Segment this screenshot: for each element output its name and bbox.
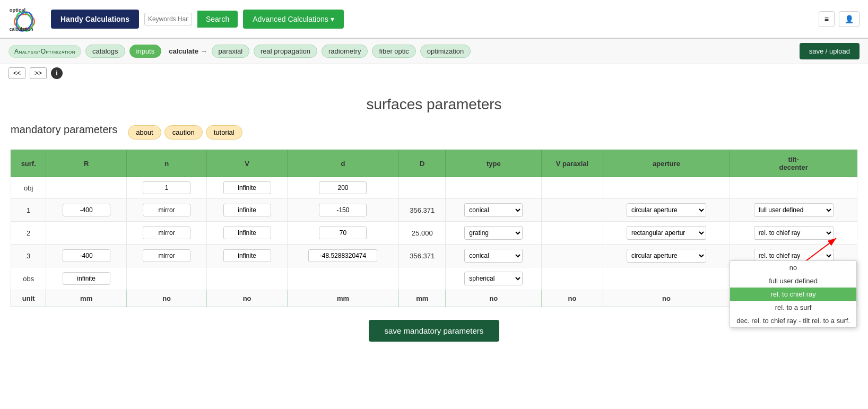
n-input-1[interactable]	[143, 204, 190, 216]
dropdown-option-full[interactable]: full user defined	[730, 274, 856, 288]
tilt-select-1[interactable]: full user defined no rel. to chief ray r…	[754, 203, 834, 217]
cell-d	[287, 199, 398, 222]
cell-tilt: full user defined no rel. to chief ray r…	[730, 199, 857, 222]
table-row: 3 356.371 conical spherical grating	[11, 245, 857, 267]
tilt-select-2[interactable]: rel. to chief ray no full user defined r…	[754, 226, 834, 240]
type-select-1[interactable]: conical spherical grating	[464, 203, 523, 217]
col-surf: surf.	[11, 150, 46, 177]
v-input-obj[interactable]	[223, 181, 271, 194]
n-input-2[interactable]	[143, 227, 190, 239]
v-input-1[interactable]	[223, 204, 271, 216]
advanced-calculations-button[interactable]: Advanced Calculations ▾	[243, 10, 343, 29]
cell-vparaxial	[542, 245, 603, 267]
R-input-3[interactable]	[63, 249, 110, 262]
fiber-optic-tab[interactable]: fiber optic	[372, 45, 415, 58]
save-mandatory-button[interactable]: save mandatory parameters	[369, 320, 500, 342]
cell-D	[399, 177, 446, 199]
header: optical calculation Handy Calculations S…	[0, 0, 868, 39]
dropdown-option-chief[interactable]: rel. to chief ray	[730, 288, 856, 301]
cell-surf: 3	[11, 245, 46, 267]
R-input-obs[interactable]	[63, 272, 110, 285]
table-body: obj 1 356.	[11, 177, 857, 307]
cell-unit-type: no	[446, 290, 542, 307]
paraxial-tab[interactable]: paraxial	[212, 45, 250, 58]
save-upload-button[interactable]: save / upload	[800, 43, 860, 59]
about-button[interactable]: about	[128, 125, 161, 140]
search-input[interactable]	[144, 13, 192, 25]
search-button[interactable]: Search	[197, 11, 238, 28]
cell-vparaxial	[542, 267, 603, 290]
svg-text:calculation: calculation	[10, 27, 33, 32]
cell-n	[126, 177, 206, 199]
cell-D: 25.000	[399, 222, 446, 245]
section-header: mandatory parameters about caution tutor…	[11, 124, 857, 141]
n-input-3[interactable]	[143, 249, 190, 262]
d-input-1[interactable]	[319, 204, 367, 216]
cell-unit-d: mm	[287, 290, 398, 307]
cell-type: grating spherical conical	[446, 222, 542, 245]
v-input-3[interactable]	[223, 249, 271, 262]
cell-type: spherical conical grating	[446, 267, 542, 290]
cell-V	[207, 177, 287, 199]
cell-unit-V: no	[207, 290, 287, 307]
user-button[interactable]: 👤	[839, 11, 860, 27]
R-input-1[interactable]	[63, 204, 110, 216]
cell-unit-vparaxial: no	[542, 290, 603, 307]
cell-aperture: circular aperture rectangular aperture	[603, 245, 730, 267]
type-select-2[interactable]: grating spherical conical	[464, 226, 523, 240]
aperture-select-3[interactable]: circular aperture rectangular aperture	[627, 249, 706, 263]
col-aperture: aperture	[603, 150, 730, 177]
radiometry-tab[interactable]: radiometry	[322, 45, 368, 58]
cell-d	[287, 267, 398, 290]
cell-d	[287, 245, 398, 267]
cell-R	[46, 177, 126, 199]
type-select-3[interactable]: conical spherical grating	[464, 249, 523, 263]
cell-tilt: rel. to chief ray no full user defined r…	[730, 222, 857, 245]
col-n: n	[126, 150, 206, 177]
cell-V	[207, 267, 287, 290]
cell-type: conical spherical grating	[446, 245, 542, 267]
cell-R	[46, 222, 126, 245]
cell-n	[126, 199, 206, 222]
cell-surf: 1	[11, 199, 46, 222]
prev-button[interactable]: <<	[8, 67, 25, 79]
type-select-obs[interactable]: spherical conical grating	[464, 272, 523, 285]
dropdown-option-surf[interactable]: rel. to a surf	[730, 301, 856, 314]
cell-d	[287, 177, 398, 199]
page-title: surfaces parameters	[11, 96, 857, 113]
menu-button[interactable]: ≡	[819, 11, 835, 27]
info-icon[interactable]: i	[51, 67, 63, 79]
cell-V	[207, 222, 287, 245]
cell-vparaxial	[542, 222, 603, 245]
tilt-dropdown-overlay: no full user defined rel. to chief ray r…	[730, 260, 857, 328]
real-propagation-tab[interactable]: real propagation	[254, 45, 317, 58]
dropdown-option-dec[interactable]: dec. rel. to chief ray - tilt rel. to a …	[730, 314, 856, 327]
d-input-obj[interactable]	[319, 181, 367, 194]
cell-surf: 2	[11, 222, 46, 245]
handy-calculations-button[interactable]: Handy Calculations	[51, 10, 139, 29]
inputs-tab[interactable]: inputs	[129, 45, 162, 58]
cell-R	[46, 267, 126, 290]
logo: optical calculation	[8, 4, 40, 33]
aperture-select-1[interactable]: circular aperture rectangular aperture	[627, 203, 706, 217]
next-button[interactable]: >>	[30, 67, 47, 79]
col-r: R	[46, 150, 126, 177]
col-d: d	[287, 150, 398, 177]
d-input-3[interactable]	[308, 249, 377, 262]
cell-aperture	[603, 267, 730, 290]
table-header: surf. R n V d D type V paraxial aperture…	[11, 150, 857, 177]
catalogs-tab[interactable]: catalogs	[85, 45, 125, 58]
cell-type	[446, 177, 542, 199]
dropdown-option-no[interactable]: no	[730, 261, 856, 274]
cell-surf: obs	[11, 267, 46, 290]
caution-button[interactable]: caution	[164, 125, 203, 140]
tutorial-button[interactable]: tutorial	[206, 125, 242, 140]
v-input-2[interactable]	[223, 227, 271, 239]
col-type: type	[446, 150, 542, 177]
n-input-obj[interactable]	[143, 181, 190, 194]
d-input-2[interactable]	[319, 227, 367, 239]
mandatory-label: mandatory parameters	[11, 124, 117, 136]
cell-R	[46, 245, 126, 267]
aperture-select-2[interactable]: rectangular apertur circular aperture	[627, 226, 706, 240]
optimization-tab[interactable]: optimization	[420, 45, 471, 58]
